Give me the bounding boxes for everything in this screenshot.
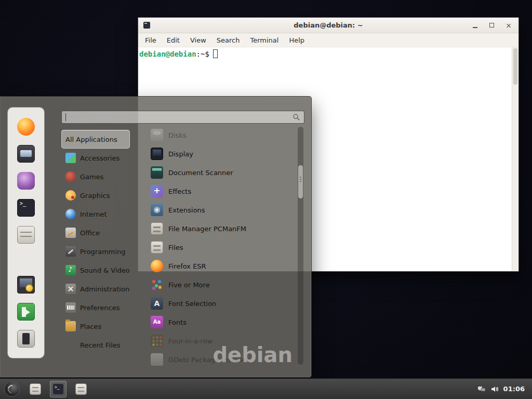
application-icon	[151, 222, 163, 235]
terminal-window-icon	[143, 22, 150, 29]
search-bar[interactable]	[61, 111, 304, 124]
terminal-icon	[52, 383, 64, 395]
system-tray: 01:06	[477, 385, 529, 393]
category-icon	[65, 228, 76, 238]
terminal-title: debian@debian: ~	[138, 21, 518, 29]
application-icon	[151, 260, 163, 272]
category-item[interactable]: Graphics	[61, 186, 130, 205]
terminal-titlebar[interactable]: debian@debian: ~ ×	[138, 18, 518, 33]
application-label: Five or More	[168, 281, 210, 289]
volume-icon[interactable]	[490, 385, 499, 393]
favorite-app-button[interactable]	[17, 199, 35, 217]
window-controls: ×	[471, 21, 513, 30]
taskbar-filemanager-button[interactable]	[27, 381, 44, 397]
application-label: Files	[168, 244, 183, 251]
terminal-prompt-line: debian@debian:~$	[139, 49, 517, 58]
terminal-menu-item[interactable]: Help	[284, 35, 309, 46]
menu-button[interactable]	[4, 381, 20, 397]
category-item[interactable]: Programming	[61, 242, 130, 261]
application-label: Disks	[168, 131, 187, 139]
application-menu: All Applications Accessories Games Graph…	[0, 96, 312, 378]
category-icon	[65, 246, 76, 257]
category-item[interactable]: Office	[61, 223, 130, 242]
category-icon	[65, 171, 76, 182]
application-label: Extensions	[168, 206, 205, 214]
application-item[interactable]: GDebi Package Installer	[148, 350, 296, 366]
favorite-app-button[interactable]	[17, 172, 35, 190]
desktop: debian@debian: ~ × FileEditViewSearchTer…	[0, 0, 532, 399]
taskbar-files-button[interactable]	[73, 381, 89, 397]
category-item[interactable]: Internet	[61, 205, 130, 223]
minimize-icon	[473, 27, 477, 28]
category-label: Programming	[80, 248, 126, 256]
application-icon	[151, 148, 163, 160]
application-item[interactable]: Files	[148, 238, 296, 257]
application-list: Disks Display Document Scanner Effects E…	[148, 126, 296, 366]
application-item[interactable]: Disks	[148, 126, 296, 144]
network-icon[interactable]	[477, 385, 486, 393]
application-icon	[151, 353, 163, 366]
application-icon	[151, 204, 163, 216]
terminal-scrollbar[interactable]	[512, 47, 518, 271]
terminal-scrollbar-thumb[interactable]	[513, 48, 517, 85]
category-item[interactable]: Sound & Video	[61, 261, 130, 280]
menu-scrollbar-thumb[interactable]	[298, 165, 303, 198]
application-item[interactable]: Font Selection	[148, 294, 296, 313]
application-icon	[151, 241, 163, 254]
category-label: Preferences	[80, 304, 119, 312]
category-item[interactable]: All Applications	[61, 130, 130, 149]
minimize-button[interactable]	[471, 21, 480, 30]
favorite-apps	[17, 118, 35, 244]
application-item[interactable]: Fonts	[148, 313, 296, 331]
terminal-menu-item[interactable]: View	[185, 35, 211, 46]
session-button[interactable]	[17, 276, 35, 294]
application-item[interactable]: Four-in-a-row	[148, 331, 296, 350]
session-button[interactable]	[17, 303, 35, 321]
session-button[interactable]	[17, 330, 35, 348]
category-icon	[65, 284, 76, 294]
terminal-menu-item[interactable]: Edit	[162, 35, 184, 46]
application-icon	[151, 166, 163, 179]
category-item[interactable]: Games	[61, 167, 130, 186]
category-label: Office	[80, 229, 100, 237]
taskbar-terminal-button[interactable]	[50, 381, 66, 397]
favorite-app-button[interactable]	[17, 145, 35, 163]
application-label: Firefox ESR	[168, 262, 206, 270]
category-label: All Applications	[65, 136, 117, 143]
category-label: Graphics	[80, 192, 110, 200]
category-icon	[65, 209, 76, 219]
search-input[interactable]	[66, 111, 292, 123]
category-item[interactable]: Places	[61, 317, 130, 336]
terminal-menu-item[interactable]: File	[140, 35, 161, 46]
application-item[interactable]: Display	[148, 144, 296, 163]
category-label: Games	[80, 173, 103, 181]
application-item[interactable]: Five or More	[148, 275, 296, 294]
maximize-button[interactable]	[487, 21, 497, 30]
application-item[interactable]: Effects	[148, 182, 296, 201]
application-item[interactable]: Firefox ESR	[148, 257, 296, 275]
application-label: File Manager PCManFM	[168, 225, 246, 233]
terminal-menu-item[interactable]: Terminal	[245, 35, 283, 46]
application-label: Four-in-a-row	[168, 337, 212, 345]
application-item[interactable]: Extensions	[148, 201, 296, 219]
favorite-app-button[interactable]	[17, 226, 35, 244]
category-icon	[65, 302, 76, 313]
category-icon	[65, 321, 76, 331]
clock[interactable]: 01:06	[503, 385, 525, 393]
category-item[interactable]: Administration	[61, 280, 130, 298]
application-label: Document Scanner	[168, 169, 233, 177]
category-item[interactable]: Recent Files	[61, 336, 130, 354]
close-button[interactable]: ×	[504, 21, 513, 30]
prompt-user: debian@debian	[139, 50, 196, 58]
application-item[interactable]: File Manager PCManFM	[148, 219, 296, 238]
category-item[interactable]: Preferences	[61, 298, 130, 317]
menu-scrollbar[interactable]	[298, 127, 303, 365]
category-item[interactable]: Accessories	[61, 149, 130, 167]
application-item[interactable]: Document Scanner	[148, 163, 296, 182]
terminal-menu-item[interactable]: Search	[212, 35, 245, 46]
favorite-app-button[interactable]	[17, 118, 35, 136]
application-icon	[151, 297, 163, 310]
category-label: Accessories	[80, 154, 119, 162]
category-label: Administration	[80, 285, 129, 293]
category-icon	[65, 190, 76, 201]
